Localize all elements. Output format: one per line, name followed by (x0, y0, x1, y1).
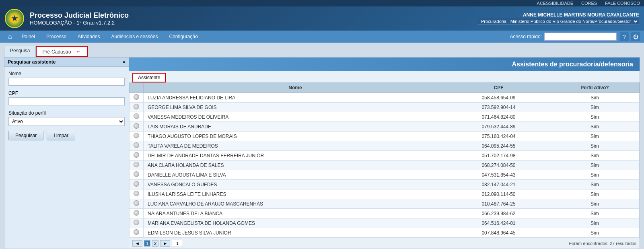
row-icon (134, 200, 139, 206)
row-icon-cell (130, 112, 144, 122)
nav-processo[interactable]: Processo (41, 31, 72, 43)
row-icon (134, 210, 139, 216)
table-header-row: Nome CPF Perfil Ativo? (130, 83, 640, 93)
table-row[interactable]: LAIS MORAIS DE ANDRADE 079.532.444-89 Si… (130, 122, 640, 132)
page-1[interactable]: 1 (144, 240, 150, 247)
page-2[interactable]: 2 (152, 240, 158, 247)
sidebar-collapse-btn[interactable]: « (123, 59, 126, 65)
row-icon (134, 113, 139, 119)
next-page-button[interactable]: ► (160, 240, 170, 247)
fale-conosco-link[interactable]: FALE CONOSCO (605, 1, 640, 6)
row-icon-cell (130, 103, 144, 112)
header-user: ANNE MICHELLE MARTINS MOURA CAVALCANTE P… (478, 12, 639, 25)
table-row[interactable]: ANA CLARA HOLANDA DE SALES 068.274.084-5… (130, 161, 640, 170)
table-row[interactable]: LUZIA ANDRESSA FELICIANO DE LIRA 058.458… (130, 93, 640, 103)
table-row[interactable]: THIAGO AUGUSTO LOPES DE MORAIS 075.160.4… (130, 132, 640, 141)
row-cpf: 075.160.424-04 (447, 132, 550, 141)
acessibilidade-link[interactable]: ACESSIBILIDADE (537, 1, 573, 6)
nav-audiencias[interactable]: Audiências e sessões (105, 31, 163, 43)
col-nome: Nome (144, 83, 447, 93)
row-ativo: Sim (550, 228, 639, 238)
main-title: Processo Judicial Eletrônico (30, 11, 129, 20)
row-icon (134, 142, 139, 148)
row-cpf: 058.458.654-09 (447, 93, 550, 103)
tab-precadastro[interactable]: Pré-Cadastro ← (36, 46, 88, 57)
sidebar-content: Nome CPF Situação do perfil Ativo Inativ… (4, 67, 129, 144)
acesso-input[interactable] (544, 33, 617, 41)
cpf-label: CPF (8, 91, 125, 96)
table-row[interactable]: MARIANA EVANGELISTA DE HOLANDA GOMES 064… (130, 218, 640, 228)
row-icon-cell (130, 161, 144, 170)
row-icon-cell (130, 122, 144, 132)
table-row[interactable]: GEORGE LIMA SILVA DE GOIS 073.592.904-14… (130, 103, 640, 112)
row-cpf: 064.095.244-55 (447, 141, 550, 151)
row-icon-cell (130, 199, 144, 209)
row-cpf: 012.090.114-50 (447, 189, 550, 199)
row-icon (134, 152, 139, 158)
limpar-button[interactable]: Limpar (47, 131, 75, 140)
row-cpf: 047.531.854-43 (447, 170, 550, 180)
row-cpf: 073.592.904-14 (447, 103, 550, 112)
table-row[interactable]: NAIARA ANTUNES DELA BIANCA 066.239.984-6… (130, 209, 640, 218)
situacao-select[interactable]: Ativo Inativo Todos (8, 117, 125, 126)
row-icon (134, 171, 139, 177)
row-icon (134, 133, 139, 138)
row-icon-cell (130, 180, 144, 189)
col-cpf: CPF (447, 83, 550, 93)
page-input[interactable] (172, 240, 183, 247)
row-ativo: Sim (550, 122, 639, 132)
cpf-input[interactable] (8, 97, 125, 105)
row-cpf: 007.848.964-45 (447, 228, 550, 238)
row-name: LUZIA ANDRESSA FELICIANO DE LIRA (144, 93, 447, 103)
org-select[interactable]: Procuradoria - Ministério Público do Rio… (478, 18, 639, 25)
row-cpf: 066.239.984-62 (447, 209, 550, 218)
row-icon-cell (130, 209, 144, 218)
row-ativo: Sim (550, 170, 639, 180)
table-row[interactable]: TALITA VARELA DE MEDEIROS 064.095.244-55… (130, 141, 640, 151)
row-name: GEORGE LIMA SILVA DE GOIS (144, 103, 447, 112)
right-panel: Assistentes de procuradoria/defensoria A… (129, 58, 640, 249)
help-button[interactable]: ? (620, 32, 629, 41)
nav-atividades[interactable]: Atividades (72, 31, 105, 43)
row-icon-cell (130, 218, 144, 228)
nav-home[interactable]: ⌂ (4, 31, 16, 43)
row-cpf: 079.532.444-89 (447, 122, 550, 132)
table-row[interactable]: EDMILSON DE JESUS SILVA JUNIOR 007.848.9… (130, 228, 640, 238)
logo: ★ (5, 9, 24, 28)
prev-page-button[interactable]: ◄ (132, 240, 142, 247)
situacao-field: Situação do perfil Ativo Inativo Todos (8, 110, 125, 126)
row-icon (134, 162, 139, 167)
pesquisar-button[interactable]: Pesquisar (8, 131, 43, 140)
table-row[interactable]: DANIELLE AUGUSTA LIMA E SILVA 047.531.85… (130, 170, 640, 180)
assistentes-table: Nome CPF Perfil Ativo? LUZIA ANDRESSA FE… (129, 82, 640, 238)
nav-configuracao[interactable]: Configuração (164, 31, 204, 43)
row-ativo: Sim (550, 141, 639, 151)
row-icon (134, 191, 139, 196)
row-ativo: Sim (550, 209, 639, 218)
row-icon (134, 220, 139, 225)
row-ativo: Sim (550, 180, 639, 189)
table-row[interactable]: ILUSKA LARISSA LEITE LINHARES 012.090.11… (130, 189, 640, 199)
row-cpf: 051.702.174-98 (447, 151, 550, 161)
table-row[interactable]: VANESSA MEDEIROS DE OLIVEIRA 071.464.824… (130, 112, 640, 122)
table-row[interactable]: DELMIR DE ANDRADE DANTAS FERREIRA JUNIOR… (130, 151, 640, 161)
inner-tab-assistente[interactable]: Assistente (132, 73, 166, 82)
tab-pesquisa[interactable]: Pesquisa (4, 46, 36, 57)
cores-link[interactable]: CORES (581, 1, 597, 6)
table-row[interactable]: LUCIANA CARVALHO DE ARAUJO MASCARENHAS 0… (130, 199, 640, 209)
acesso-rapido: Acesso rápido: (510, 33, 617, 41)
row-name: ANA CLARA HOLANDA DE SALES (144, 161, 447, 170)
user-name: ANNE MICHELLE MARTINS MOURA CAVALCANTE (478, 12, 639, 18)
main-content: Pesquisa Pré-Cadastro ← Pesquisar assist… (0, 43, 644, 249)
situacao-label: Situação do perfil (8, 110, 125, 116)
power-button[interactable]: ⏻ (631, 32, 640, 41)
nav-painel[interactable]: Painel (16, 31, 41, 43)
user-org: Procuradoria - Ministério Público do Rio… (478, 18, 639, 25)
row-name: VANESSA GONCALO GUEDES (144, 180, 447, 189)
nome-input[interactable] (8, 78, 125, 86)
nome-field: Nome (8, 71, 125, 86)
row-icon-cell (130, 141, 144, 151)
row-name: ILUSKA LARISSA LEITE LINHARES (144, 189, 447, 199)
row-name: DELMIR DE ANDRADE DANTAS FERREIRA JUNIOR (144, 151, 447, 161)
table-row[interactable]: VANESSA GONCALO GUEDES 082.147.044-21 Si… (130, 180, 640, 189)
